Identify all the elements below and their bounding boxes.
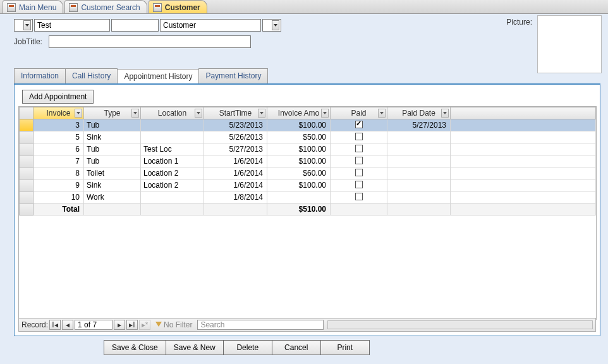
cell-location[interactable] [141,131,204,143]
col-header-invoice-amo[interactable]: Invoice Amo [267,107,331,119]
col-header-paid-date[interactable]: Paid Date [387,107,451,119]
chevron-down-icon[interactable] [321,109,329,118]
cell-type[interactable]: Toilet [84,167,141,179]
save-close-button[interactable]: Save & Close [104,340,166,355]
tab-information[interactable]: Information [14,68,66,83]
cell-invoice[interactable]: 7 [33,155,84,167]
appointment-grid[interactable]: InvoiceTypeLocationStartTimeInvoice AmoP… [18,106,597,320]
cell-amount[interactable]: $100.00 [267,143,331,155]
cell-location[interactable] [141,119,204,131]
doc-tab-customer-search[interactable]: Customer Search [64,0,147,13]
save-new-button[interactable]: Save & New [166,340,224,355]
checkbox-icon[interactable] [355,193,363,200]
row-selector[interactable] [20,119,33,131]
nav-new-button[interactable]: ▸* [139,320,150,330]
doc-tab-main-menu[interactable]: Main Menu [3,0,63,13]
table-row[interactable]: 8ToiletLocation 21/6/2014$60.00 [20,167,596,179]
checkbox-icon[interactable] [355,169,363,176]
cell-type[interactable]: Work [84,191,141,203]
doc-tab-customer[interactable]: Customer [149,0,207,13]
title-prefix-combo[interactable] [14,19,33,32]
row-selector[interactable] [20,155,33,167]
cancel-button[interactable]: Cancel [272,340,321,355]
cell-invoice[interactable]: 8 [33,167,84,179]
checkbox-icon[interactable] [355,145,363,152]
table-row[interactable]: 7TubLocation 11/6/2014$100.00 [20,155,596,167]
cell-paid-date[interactable] [387,131,451,143]
cell-location[interactable]: Location 2 [141,167,204,179]
col-header-location[interactable]: Location [141,107,204,119]
table-row[interactable]: 3Tub5/23/2013$100.005/27/2013 [20,119,596,131]
row-selector[interactable] [20,191,33,203]
cell-amount[interactable]: $100.00 [267,155,331,167]
cell-starttime[interactable]: 5/23/2013 [204,119,267,131]
cell-location[interactable]: Location 1 [141,155,204,167]
checkbox-icon[interactable] [355,181,363,188]
table-row[interactable]: 9SinkLocation 21/6/2014$100.00 [20,179,596,191]
row-selector[interactable] [20,131,33,143]
cell-type[interactable]: Tub [84,155,141,167]
cell-invoice[interactable]: 3 [33,119,84,131]
row-selector[interactable] [20,143,33,155]
search-box[interactable]: Search [197,320,324,330]
suffix-combo[interactable] [262,19,281,32]
cell-invoice[interactable]: 5 [33,131,84,143]
cell-location[interactable]: Test Loc [141,143,204,155]
cell-amount[interactable]: $60.00 [267,167,331,179]
add-appointment-button[interactable]: Add Appointment [22,90,94,104]
col-header-type[interactable]: Type [84,107,141,119]
tab-call-history[interactable]: Call History [65,68,118,83]
cell-paid-date[interactable]: 5/27/2013 [387,119,451,131]
cell-invoice[interactable]: 10 [33,191,84,203]
cell-paid[interactable] [331,155,387,167]
horizontal-scrollbar[interactable] [327,320,593,329]
nav-first-button[interactable]: I◂ [49,320,61,330]
cell-paid[interactable] [331,119,387,131]
col-header-starttime[interactable]: StartTime [204,107,267,119]
filter-indicator[interactable]: No Filter [155,320,192,329]
col-header-invoice[interactable]: Invoice [33,107,84,119]
cell-starttime[interactable]: 5/27/2013 [204,143,267,155]
middle-name-field[interactable] [111,19,159,32]
table-row[interactable]: 5Sink5/26/2013$50.00 [20,131,596,143]
table-row[interactable]: 6TubTest Loc5/27/2013$100.00 [20,143,596,155]
cell-starttime[interactable]: 1/6/2014 [204,155,267,167]
first-name-field[interactable]: Test [34,19,110,32]
delete-button[interactable]: Delete [223,340,272,355]
tab-payment-history[interactable]: Payment History [198,68,268,83]
cell-paid[interactable] [331,167,387,179]
nav-next-button[interactable]: ▸ [114,320,125,330]
cell-starttime[interactable]: 1/8/2014 [204,191,267,203]
chevron-down-icon[interactable] [131,109,139,118]
chevron-down-icon[interactable] [75,109,82,118]
cell-amount[interactable]: $50.00 [267,131,331,143]
checkbox-icon[interactable] [355,133,363,140]
chevron-down-icon[interactable] [258,109,265,118]
row-selector[interactable] [20,179,33,191]
cell-paid-date[interactable] [387,191,451,203]
table-row[interactable]: 10Work1/8/2014 [20,191,596,203]
chevron-down-icon[interactable] [441,109,449,118]
cell-paid-date[interactable] [387,155,451,167]
nav-prev-button[interactable]: ◂ [62,320,73,330]
cell-paid-date[interactable] [387,167,451,179]
chevron-down-icon[interactable] [378,109,386,118]
cell-paid-date[interactable] [387,179,451,191]
cell-invoice[interactable]: 9 [33,179,84,191]
cell-paid-date[interactable] [387,143,451,155]
picture-box[interactable] [537,15,602,73]
print-button[interactable]: Print [320,340,370,355]
cell-starttime[interactable]: 5/26/2013 [204,131,267,143]
checkbox-icon[interactable] [355,121,363,128]
nav-last-button[interactable]: ▸I [126,320,138,330]
cell-type[interactable]: Sink [84,131,141,143]
tab-appointment-history[interactable]: Appointment History [117,69,199,84]
cell-paid[interactable] [331,131,387,143]
row-selector[interactable] [20,167,33,179]
cell-type[interactable]: Sink [84,179,141,191]
cell-amount[interactable] [267,191,331,203]
last-name-field[interactable]: Customer [160,19,261,32]
checkbox-icon[interactable] [355,157,363,164]
jobtitle-field[interactable] [49,35,251,48]
cell-type[interactable]: Tub [84,119,141,131]
